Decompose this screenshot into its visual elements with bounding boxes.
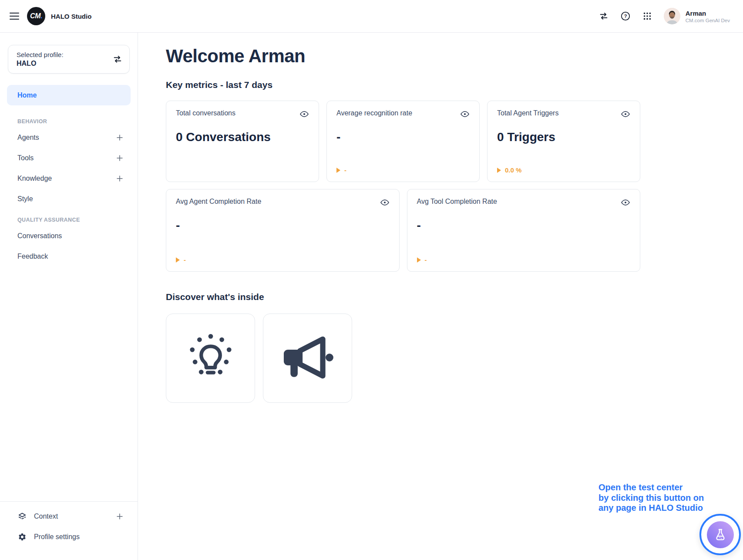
sidebar: Selected profile: HALO Home BEHAVIOR Age… — [0, 33, 138, 560]
sidebar-item-knowledge[interactable]: Knowledge — [7, 168, 131, 189]
section-header-behavior: BEHAVIOR — [7, 118, 131, 125]
eye-icon[interactable] — [460, 109, 470, 119]
trend-arrow-icon — [497, 168, 501, 173]
selected-profile-texts: Selected profile: HALO — [17, 51, 113, 67]
sidebar-item-profile-settings[interactable]: Profile settings — [7, 526, 131, 547]
metric-card-average-recognition-rate: Average recognition rate - - — [326, 101, 480, 182]
sidebar-item-conversations[interactable]: Conversations — [7, 226, 131, 246]
sidebar-item-label: Feedback — [17, 253, 48, 260]
hamburger-menu-icon[interactable] — [10, 13, 19, 20]
sidebar-item-label: Tools — [17, 154, 34, 162]
plus-icon[interactable] — [115, 512, 124, 521]
metric-trend: - — [336, 166, 470, 174]
help-icon[interactable]: ? — [620, 11, 631, 21]
header-actions: ? Arman CM.com GenAI Dev — [598, 8, 730, 24]
discover-section-title: Discover what's inside — [166, 292, 743, 302]
trend-value: - — [184, 256, 186, 263]
switch-profile-icon[interactable] — [113, 54, 122, 64]
sidebar-item-label: Style — [17, 195, 33, 203]
metric-value: - — [176, 219, 390, 233]
metric-label: Average recognition rate — [336, 109, 412, 117]
trend-value: - — [425, 256, 427, 263]
sidebar-item-label: Conversations — [17, 232, 62, 240]
plus-icon[interactable] — [115, 153, 124, 163]
svg-text:?: ? — [624, 13, 627, 19]
hint-line: Open the test center — [598, 482, 704, 493]
user-info: Arman CM.com GenAI Dev — [686, 10, 730, 23]
eye-icon[interactable] — [621, 109, 630, 119]
trend-arrow-icon — [417, 257, 421, 263]
sidebar-item-agents[interactable]: Agents — [7, 127, 131, 148]
metrics-row-1: Total conversations 0 Conversations Aver… — [166, 101, 640, 182]
user-menu[interactable]: Arman CM.com GenAI Dev — [664, 8, 730, 24]
plus-icon[interactable] — [115, 133, 124, 142]
selected-profile-name: HALO — [17, 60, 113, 67]
eye-icon[interactable] — [299, 109, 309, 119]
eye-icon[interactable] — [380, 198, 390, 207]
logo-dot: . — [40, 12, 42, 20]
metric-trend: - — [176, 256, 390, 263]
top-bar: CM. HALO Studio ? Arman CM.com GenAI Dev — [0, 0, 743, 33]
trend-value: 0.0 % — [505, 166, 521, 174]
sidebar-item-label: Profile settings — [34, 533, 80, 541]
selected-profile-label: Selected profile: — [17, 51, 113, 58]
sidebar-bottom: Context Profile settings — [0, 501, 138, 547]
trend-value: - — [344, 166, 346, 174]
plus-icon[interactable] — [115, 174, 124, 183]
sidebar-item-label: Agents — [17, 134, 39, 142]
metric-label: Avg Agent Completion Rate — [176, 198, 261, 206]
metric-card-total-agent-triggers: Total Agent Triggers 0 Triggers 0.0 % — [487, 101, 640, 182]
avatar — [664, 8, 680, 24]
hint-line: any page in HALO Studio — [598, 503, 704, 513]
trend-arrow-icon — [336, 168, 340, 173]
metrics-section-title: Key metrics - last 7 days — [166, 80, 743, 90]
logo-text: CM — [30, 12, 40, 20]
discover-tile-announcements[interactable] — [263, 314, 352, 403]
metric-value: - — [417, 219, 631, 233]
sidebar-item-label: Home — [17, 91, 37, 99]
metric-value: - — [336, 130, 470, 144]
discover-tile-ideas[interactable] — [166, 314, 255, 403]
metric-trend: - — [417, 256, 631, 263]
metric-value: 0 Conversations — [176, 130, 309, 144]
user-name: Arman — [686, 10, 730, 17]
app-title: HALO Studio — [51, 13, 91, 20]
user-org: CM.com GenAI Dev — [686, 18, 730, 23]
switch-account-icon[interactable] — [598, 11, 609, 21]
apps-grid-icon[interactable] — [642, 11, 652, 21]
metric-value: 0 Triggers — [497, 130, 630, 144]
section-header-quality-assurance: QUALITY ASSURANCE — [7, 217, 131, 223]
flask-icon — [707, 521, 734, 548]
trend-arrow-icon — [176, 257, 180, 263]
sidebar-item-home[interactable]: Home — [7, 85, 131, 105]
metric-label: Avg Tool Completion Rate — [417, 198, 497, 206]
metric-label: Total conversations — [176, 109, 235, 117]
cm-logo[interactable]: CM. — [27, 7, 45, 25]
sidebar-item-feedback[interactable]: Feedback — [7, 246, 131, 267]
megaphone-icon — [280, 330, 336, 387]
test-center-button[interactable] — [699, 514, 741, 555]
hint-line: by clicking this button on — [598, 493, 704, 503]
metric-card-total-conversations: Total conversations 0 Conversations — [166, 101, 319, 182]
metrics-row-2: Avg Agent Completion Rate - - Avg Tool C… — [166, 189, 640, 272]
metric-card-avg-tool-completion-rate: Avg Tool Completion Rate - - — [407, 189, 641, 272]
layers-icon — [17, 512, 27, 521]
discover-tiles — [166, 314, 743, 403]
selected-profile-card[interactable]: Selected profile: HALO — [8, 45, 130, 74]
metric-card-avg-agent-completion-rate: Avg Agent Completion Rate - - — [166, 189, 400, 272]
eye-icon[interactable] — [621, 198, 630, 207]
sidebar-item-label: Context — [34, 513, 58, 520]
sidebar-item-label: Knowledge — [17, 175, 52, 182]
sidebar-item-context[interactable]: Context — [7, 506, 131, 526]
metric-label: Total Agent Triggers — [497, 109, 558, 117]
sidebar-item-style[interactable]: Style — [7, 189, 131, 209]
metric-trend: 0.0 % — [497, 166, 630, 174]
test-center-hint: Open the test center by clicking this bu… — [598, 482, 704, 513]
sidebar-item-tools[interactable]: Tools — [7, 148, 131, 168]
main-content: Welcome Arman Key metrics - last 7 days … — [138, 33, 743, 560]
lightbulb-icon — [183, 330, 239, 387]
gear-icon — [17, 532, 27, 542]
page-title: Welcome Arman — [166, 46, 743, 67]
